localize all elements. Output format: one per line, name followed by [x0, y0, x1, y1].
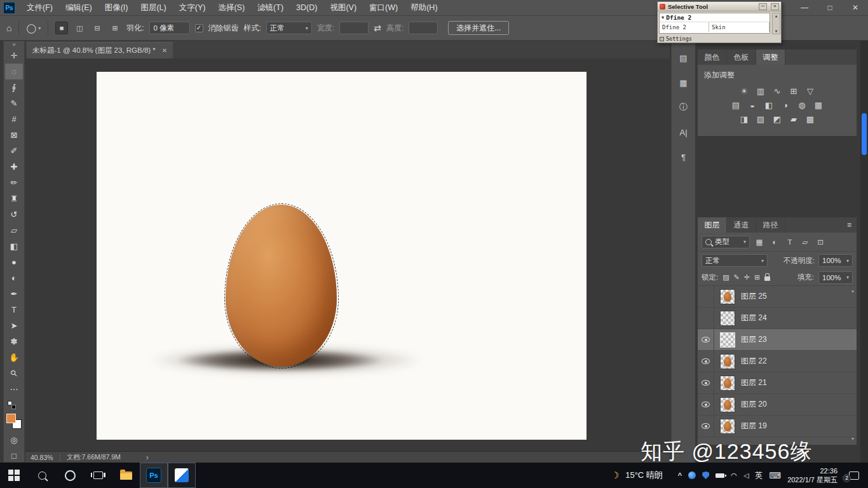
frame-tool[interactable]: ⊠	[5, 127, 23, 143]
adjustment-threshold-icon[interactable]: ◩	[772, 114, 783, 125]
style-dropdown[interactable]: 正常▾	[266, 22, 312, 34]
volume-icon[interactable]: ◁	[743, 471, 749, 480]
layer-thumbnail[interactable]	[720, 354, 735, 369]
menu-item-help[interactable]: 帮助(H)	[404, 0, 444, 15]
layer-row-21[interactable]: 图层 21	[698, 372, 857, 394]
visibility-toggle[interactable]	[698, 394, 714, 415]
file-explorer-button[interactable]	[112, 463, 140, 488]
eyedropper-tool[interactable]: ✐	[5, 143, 23, 159]
float-minimize-button[interactable]: —	[759, 3, 767, 10]
quick-selection-tool[interactable]: ✎	[5, 95, 23, 111]
screen-mode-button[interactable]: □	[5, 448, 23, 464]
layer-row-20[interactable]: 图层 20	[698, 394, 857, 416]
height-input[interactable]	[409, 22, 438, 34]
layer-name[interactable]: 图层 22	[741, 356, 767, 367]
edit-toolbar-button[interactable]: ⋯	[5, 381, 23, 397]
ime-keyboard-icon[interactable]: ⌨	[769, 471, 781, 480]
pixel-layer-filter-icon[interactable]: ▦	[754, 236, 765, 248]
lasso-tool[interactable]: ∮	[5, 79, 23, 95]
tab-close-icon[interactable]: ✕	[162, 47, 167, 54]
info-panel-icon[interactable]: ⓘ	[675, 99, 692, 116]
menu-item-type[interactable]: 文字(Y)	[173, 0, 212, 15]
paragraph-panel-icon[interactable]: ¶	[675, 149, 692, 165]
blur-tool[interactable]: ●	[5, 254, 23, 270]
add-to-selection-button[interactable]: ◫	[73, 22, 86, 34]
libraries-panel-icon[interactable]: ▦	[675, 74, 692, 91]
layer-name[interactable]: 图层 24	[741, 313, 767, 323]
visibility-toggle[interactable]	[698, 351, 714, 372]
adjustment-levels-icon[interactable]: ▥	[756, 86, 766, 97]
skin-item[interactable]: Skin	[709, 22, 770, 32]
start-button[interactable]	[0, 463, 28, 488]
adjustment-hue-saturation-icon[interactable]: ▤	[731, 100, 742, 111]
document-canvas[interactable]	[97, 72, 587, 440]
dodge-tool[interactable]: ◐	[5, 270, 23, 286]
tray-app-icon[interactable]	[688, 471, 696, 479]
lock-transparency-icon[interactable]: ▨	[722, 273, 729, 281]
adjustment-gradient-map-icon[interactable]: ▰	[789, 114, 799, 125]
layer-name[interactable]: 图层 20	[741, 399, 767, 410]
blend-mode-dropdown[interactable]: 正常▾	[702, 254, 768, 267]
layer-thumbnail[interactable]	[720, 397, 735, 412]
menu-item-filter[interactable]: 滤镜(T)	[251, 0, 290, 15]
tab-color[interactable]: 颜色	[698, 50, 727, 65]
zoom-level[interactable]: 40.83%	[31, 454, 53, 461]
task-view-button[interactable]	[84, 463, 112, 488]
adjustment-photo-filter-icon[interactable]: ◑	[780, 100, 791, 111]
layer-row-19[interactable]: 图层 19	[698, 416, 857, 437]
taskbar-app-button[interactable]	[168, 463, 196, 488]
layer-thumbnail[interactable]	[720, 376, 735, 391]
feather-input[interactable]: 0 像素	[149, 22, 190, 34]
width-input[interactable]	[339, 22, 369, 34]
properties-panel-icon[interactable]: ▤	[675, 50, 692, 66]
crop-tool[interactable]: #	[5, 111, 23, 127]
clock[interactable]: 22:36 2022/1/7 星期五	[787, 466, 837, 484]
type-layer-filter-icon[interactable]: T	[784, 236, 796, 248]
swap-dimensions-icon[interactable]: ⇄	[374, 23, 381, 33]
default-colors-icon[interactable]	[8, 401, 16, 409]
adjustment-brightness-contrast-icon[interactable]: ☀	[739, 86, 750, 97]
move-tool[interactable]: ✛	[5, 48, 23, 64]
layers-scrollbar[interactable]: ▲ ▼	[850, 288, 856, 441]
group-collapse-icon[interactable]: ▼	[661, 15, 664, 20]
layer-row-22[interactable]: 图层 22	[698, 351, 857, 372]
settings-button[interactable]: Settings	[660, 36, 692, 42]
language-indicator[interactable]: 英	[755, 470, 763, 481]
hand-tool[interactable]: ✋	[5, 349, 23, 365]
brush-tool[interactable]: ✏	[5, 175, 23, 191]
scrollbar-thumb[interactable]	[862, 113, 867, 155]
layer-thumbnail[interactable]	[720, 289, 735, 304]
character-panel-icon[interactable]: A|	[675, 124, 692, 140]
dfine-group-header[interactable]: ▼ Dfine 2	[660, 13, 770, 22]
scroll-up-icon[interactable]: ▲	[775, 14, 778, 18]
adjustment-selective-color-icon[interactable]: ▩	[805, 114, 816, 125]
adjustment-color-lookup-icon[interactable]: ▦	[813, 100, 824, 111]
layer-name[interactable]: 图层 23	[741, 334, 767, 345]
tab-paths[interactable]: 路径	[756, 217, 785, 233]
select-and-mask-button[interactable]: 选择并遮住...	[448, 21, 509, 35]
layer-row-25[interactable]: 图层 25	[698, 286, 857, 308]
window-restore-button[interactable]: □	[817, 0, 843, 15]
layer-thumbnail[interactable]	[720, 311, 735, 326]
menu-item-window[interactable]: 窗口(W)	[363, 0, 404, 15]
pen-tool[interactable]: ✒	[5, 286, 23, 302]
visibility-toggle[interactable]	[698, 372, 714, 393]
adjustment-posterize-icon[interactable]: ▨	[756, 114, 766, 125]
history-brush-tool[interactable]: ↺	[5, 207, 23, 222]
tab-channels[interactable]: 通道	[727, 217, 756, 233]
path-selection-tool[interactable]: ➤	[5, 318, 23, 334]
adjustment-channel-mixer-icon[interactable]: ◍	[797, 100, 808, 111]
network-icon[interactable]: ◠	[731, 471, 737, 480]
visibility-toggle[interactable]	[698, 308, 714, 329]
float-scrollbar[interactable]: ▲ ▼	[772, 13, 780, 34]
lock-all-icon[interactable]	[764, 276, 770, 281]
adjustment-color-balance-icon[interactable]: ◒	[747, 100, 758, 111]
gradient-tool[interactable]: ◧	[5, 238, 23, 254]
cortana-button[interactable]	[56, 463, 84, 488]
tool-preset-picker[interactable]: ◯▾	[26, 23, 41, 33]
clone-stamp-tool[interactable]: ♜	[5, 191, 23, 207]
visibility-toggle[interactable]	[698, 416, 714, 437]
new-selection-mode-button[interactable]: ■	[55, 22, 68, 34]
adjustment-layer-filter-icon[interactable]: ◐	[769, 236, 780, 248]
type-tool[interactable]: T	[5, 302, 23, 318]
